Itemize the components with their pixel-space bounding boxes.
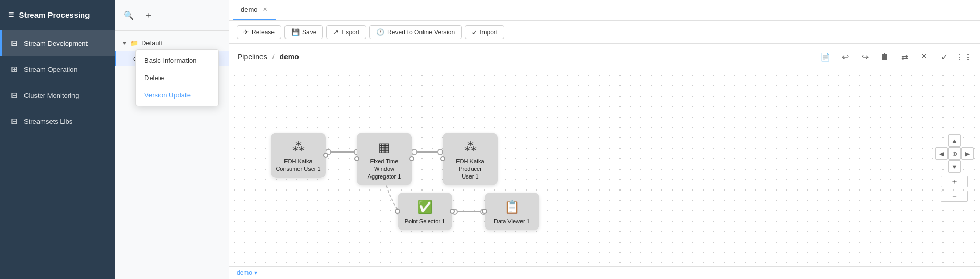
stream-operation-icon: ⊞ <box>11 65 18 74</box>
save-label: Save <box>302 29 316 36</box>
node-port-left[interactable] <box>395 209 400 214</box>
breadcrumb-separator: / <box>272 53 275 61</box>
node-port-left[interactable] <box>440 156 445 161</box>
canvas-header: Pipelines / demo 📄 ↩ ↪ 🗑 ⇄ 👁 ✓ ⋮⋮ <box>229 44 980 70</box>
canvas-toolbar: 📄 ↩ ↪ 🗑 ⇄ 👁 ✓ ⋮⋮ <box>817 49 972 65</box>
pipeline-canvas[interactable]: ⁂ EDH KafkaConsumer User 1 ▦ Fixed Time … <box>229 70 980 266</box>
breadcrumb: Pipelines / demo <box>238 53 299 61</box>
tab-close-icon[interactable]: ✕ <box>261 6 269 14</box>
nav-empty-tl <box>935 134 948 147</box>
context-menu-delete[interactable]: Delete <box>136 69 218 86</box>
sidebar-item-label: Cluster Monitoring <box>24 92 79 99</box>
nav-up-button[interactable]: ▲ <box>948 134 961 147</box>
tab-label: demo <box>241 6 258 14</box>
context-menu-version-update[interactable]: Version Update <box>136 86 218 104</box>
node-edh-kafka-producer[interactable]: ⁂ EDH Kafka ProducerUser 1 <box>443 133 498 185</box>
tabs-bar: demo ✕ <box>229 0 980 21</box>
zoom-in-button[interactable]: ＋ <box>941 176 968 187</box>
node-port-left[interactable] <box>482 209 487 214</box>
export-icon: ↗ <box>333 28 339 36</box>
import-button[interactable]: ↙ Import <box>465 25 504 39</box>
sidebar-item-label: Stream Operation <box>24 66 78 73</box>
import-icon: ↙ <box>472 28 477 36</box>
canvas-area: Pipelines / demo 📄 ↩ ↪ 🗑 ⇄ 👁 ✓ ⋮⋮ <box>229 44 980 279</box>
footer-tab[interactable]: demo ▾ <box>237 269 257 276</box>
tab-demo[interactable]: demo ✕ <box>233 1 276 20</box>
sidebar-item-label: Streamsets Libs <box>24 118 72 125</box>
main-area: demo ✕ ✈ Release 💾 Save ↗ Export 🕐 Rever… <box>229 0 980 279</box>
node-data-viewer[interactable]: 📋 Data Viewer 1 <box>485 193 539 230</box>
save-icon: 💾 <box>291 28 300 36</box>
stream-development-icon: ⊟ <box>11 39 18 48</box>
node-port-right[interactable] <box>323 153 328 158</box>
doc-button[interactable]: 📄 <box>817 49 833 65</box>
svg-point-3 <box>438 149 443 155</box>
tree-root-default[interactable]: ▼ 📁 Default <box>115 35 229 51</box>
export-label: Export <box>341 29 359 36</box>
redo-button[interactable]: ↪ <box>857 49 873 65</box>
node-port-left[interactable] <box>354 156 359 161</box>
sidebar-item-stream-operation[interactable]: ⊞ Stream Operation <box>0 56 115 82</box>
export-button[interactable]: ↗ Export <box>326 25 366 39</box>
add-button[interactable]: ＋ <box>141 7 156 23</box>
sidebar-item-streamsets-libs[interactable]: ⊟ Streamsets Libs <box>0 108 115 134</box>
validate-button[interactable]: ✓ <box>936 49 952 65</box>
tree-root-label: Default <box>141 39 163 47</box>
tree-section: ▼ 📁 Default d Basic Information Delete V… <box>115 31 229 70</box>
nav-right-button[interactable]: ▶ <box>961 147 974 160</box>
node-port-right[interactable] <box>409 156 414 161</box>
logo-icon: ≡ <box>8 9 14 20</box>
nav-controls: ▲ ◀ ⊕ ▶ ▼ ＋ － <box>935 134 974 202</box>
save-button[interactable]: 💾 Save <box>284 25 323 39</box>
edh-kafka-producer-label: EDH Kafka ProducerUser 1 <box>447 158 493 180</box>
node-fixed-time-window[interactable]: ▦ Fixed Time WindowAggregator 1 <box>357 133 412 185</box>
footer-tab-label: demo <box>237 269 252 276</box>
left-panel: 🔍 ＋ ▼ 📁 Default d Basic Information Dele… <box>115 0 229 279</box>
undo-button[interactable]: ↩ <box>837 49 853 65</box>
zoom-out-button[interactable]: － <box>941 191 968 202</box>
app-title: Stream Processing <box>19 10 90 19</box>
release-button[interactable]: ✈ Release <box>237 25 281 39</box>
svg-point-2 <box>412 149 417 155</box>
release-icon: ✈ <box>243 28 249 36</box>
point-selector-icon: ✅ <box>417 200 433 214</box>
import-label: Import <box>480 29 498 36</box>
left-panel-toolbar: 🔍 ＋ <box>115 0 229 31</box>
sidebar: ≡ Stream Processing ⊟ Stream Development… <box>0 0 115 279</box>
search-button[interactable]: 🔍 <box>121 7 137 23</box>
preview-button[interactable]: 👁 <box>916 49 932 65</box>
nav-left-button[interactable]: ◀ <box>935 147 948 160</box>
delete-button[interactable]: 🗑 <box>877 49 892 65</box>
point-selector-label: Point Selector 1 <box>405 218 445 225</box>
breadcrumb-current: demo <box>280 53 299 61</box>
edh-kafka-producer-icon: ⁂ <box>464 140 477 155</box>
app-logo: ≡ Stream Processing <box>0 0 115 30</box>
context-menu-basic-info[interactable]: Basic Information <box>136 52 218 69</box>
tree-arrow-icon: ▼ <box>122 40 127 46</box>
cluster-monitoring-icon: ⊟ <box>11 91 18 100</box>
nav-empty-tr <box>961 134 974 147</box>
nav-empty-bl <box>935 160 948 173</box>
node-edh-kafka-consumer[interactable]: ⁂ EDH KafkaConsumer User 1 <box>271 133 326 178</box>
sidebar-item-label: Stream Development <box>24 40 88 47</box>
nav-center-button[interactable]: ⊕ <box>948 147 961 160</box>
fixed-time-window-label: Fixed Time WindowAggregator 1 <box>361 158 407 180</box>
connections-svg <box>229 70 980 266</box>
grid-button[interactable]: ⋮⋮ <box>956 49 972 65</box>
node-point-selector[interactable]: ✅ Point Selector 1 <box>398 193 452 230</box>
nav-cross: ▲ ◀ ⊕ ▶ ▼ <box>935 134 974 173</box>
shuffle-button[interactable]: ⇄ <box>897 49 912 65</box>
fixed-time-window-icon: ▦ <box>378 140 390 155</box>
sidebar-item-cluster-monitoring[interactable]: ⊟ Cluster Monitoring <box>0 82 115 108</box>
footer-dropdown-icon: ▾ <box>254 269 257 276</box>
footer-right: — <box>966 269 973 276</box>
sidebar-item-stream-development[interactable]: ⊟ Stream Development <box>0 30 115 56</box>
node-port-right[interactable] <box>450 209 455 214</box>
data-viewer-label: Data Viewer 1 <box>494 218 530 225</box>
edh-kafka-consumer-icon: ⁂ <box>292 140 305 155</box>
edh-kafka-consumer-label: EDH KafkaConsumer User 1 <box>276 158 320 173</box>
nav-down-button[interactable]: ▼ <box>948 160 961 173</box>
tree-folder-icon: 📁 <box>130 40 138 47</box>
revert-icon: 🕐 <box>376 28 384 36</box>
revert-button[interactable]: 🕐 Revert to Online Version <box>369 25 462 39</box>
